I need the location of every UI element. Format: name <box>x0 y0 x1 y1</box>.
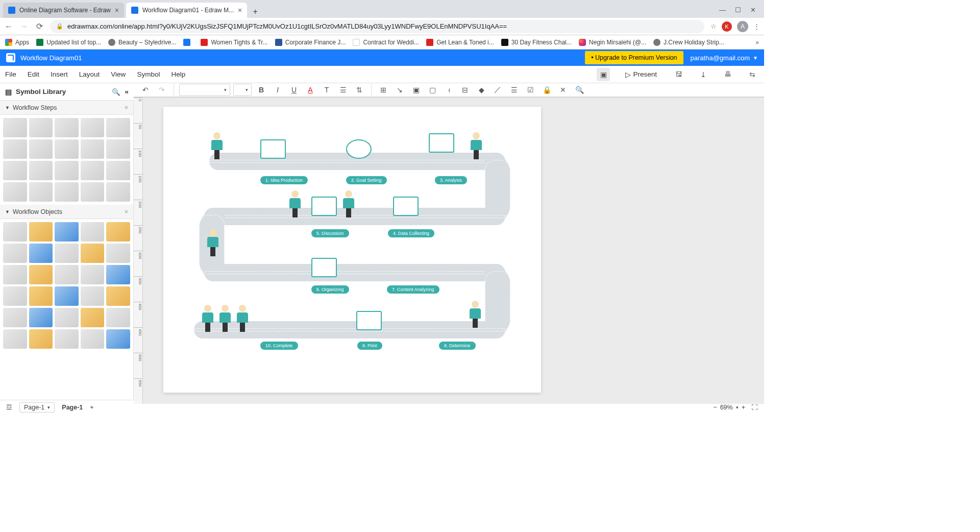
symbol-item[interactable] <box>55 161 79 180</box>
symbol-item[interactable] <box>106 118 130 137</box>
bookmark-item[interactable]: Negin Mirsalehi (@... <box>579 39 646 46</box>
workflow-step-label[interactable]: 2. Goal Setting <box>346 176 387 184</box>
symbol-item[interactable] <box>81 222 105 241</box>
tools-icon[interactable]: ✕ <box>556 83 570 96</box>
menu-insert[interactable]: Insert <box>51 70 68 78</box>
text-box-icon[interactable]: ⊞ <box>377 83 390 96</box>
symbol-item[interactable] <box>106 244 130 263</box>
lock-icon[interactable]: 🔒 <box>540 83 553 96</box>
symbol-item[interactable] <box>3 286 27 306</box>
share-icon[interactable]: ⇆ <box>746 68 759 81</box>
search-canvas-icon[interactable]: 🔍 <box>573 83 586 96</box>
page-tab[interactable]: Page-1 <box>62 404 83 411</box>
workflow-step-label[interactable]: 7. Content Analyzing <box>387 285 439 294</box>
fullscreen-icon[interactable]: ⛶ <box>751 404 758 411</box>
window-minimize-icon[interactable]: — <box>719 6 726 14</box>
bookmark-item[interactable]: J.Crew Holiday Strip... <box>653 39 724 46</box>
group-icon[interactable]: ▣ <box>409 83 423 96</box>
zoom-in-icon[interactable]: + <box>742 404 745 411</box>
symbol-item[interactable] <box>3 222 27 241</box>
bookmark-item[interactable]: Women Tights & Tr... <box>201 39 267 46</box>
symbol-item[interactable] <box>81 118 105 137</box>
align-objects-icon[interactable]: ⫞ <box>442 83 455 96</box>
symbol-item[interactable] <box>3 182 27 202</box>
canvas-area[interactable]: 1. Idea Production2. Goal Setting3. Anal… <box>143 98 764 404</box>
back-icon[interactable]: ← <box>4 22 13 31</box>
page-select[interactable]: Page-1 ▾ <box>19 402 55 413</box>
present-button[interactable]: ▷Present <box>621 68 661 81</box>
bold-icon[interactable]: B <box>255 83 268 96</box>
bookmark-item[interactable] <box>183 39 193 46</box>
menu-file[interactable]: File <box>5 70 16 78</box>
symbol-item[interactable] <box>106 308 130 327</box>
symbol-item[interactable] <box>106 329 130 349</box>
symbol-item[interactable] <box>106 286 130 306</box>
font-family-select[interactable]: ▾ <box>179 84 230 96</box>
workflow-step-label[interactable]: 5. Discussion <box>311 229 349 237</box>
print-icon[interactable]: 🖶 <box>721 68 734 81</box>
symbol-item[interactable] <box>81 182 105 202</box>
collapse-panel-icon[interactable]: « <box>125 88 129 95</box>
profile-avatar[interactable]: A <box>737 21 748 32</box>
symbol-item[interactable] <box>3 265 27 284</box>
bookmark-item[interactable]: Corporate Finance J... <box>275 39 346 46</box>
pages-view-icon[interactable]: ☲ <box>6 403 12 411</box>
symbol-item[interactable] <box>55 139 79 159</box>
export-icon[interactable]: ⤓ <box>697 68 710 81</box>
symbol-item[interactable] <box>29 265 53 284</box>
symbol-item[interactable] <box>55 244 79 263</box>
symbol-item[interactable] <box>29 222 53 241</box>
symbol-item[interactable] <box>81 329 105 349</box>
symbol-item[interactable] <box>55 308 79 327</box>
bookmark-apps[interactable]: Apps <box>5 39 29 46</box>
bookmarks-overflow-icon[interactable]: » <box>755 39 759 46</box>
checkbox-icon[interactable]: ☑ <box>524 83 537 96</box>
bookmark-item[interactable]: Beauty – Styledrive... <box>108 39 176 46</box>
workflow-step-label[interactable]: 10. Complete <box>260 342 298 350</box>
star-icon[interactable]: ☆ <box>710 22 717 30</box>
workflow-step-label[interactable]: 4. Data Collecting <box>388 229 434 237</box>
symbol-item[interactable] <box>106 182 130 202</box>
save-icon[interactable]: 🖫 <box>672 68 685 81</box>
symbol-item[interactable] <box>29 161 53 180</box>
symbol-item[interactable] <box>55 329 79 349</box>
symbol-item[interactable] <box>29 329 53 349</box>
workflow-step-label[interactable]: 1. Idea Production <box>260 176 308 184</box>
fill-bucket-icon[interactable]: ◆ <box>475 83 488 96</box>
workflow-step-label[interactable]: 3. Analysis <box>435 176 467 184</box>
symbol-item[interactable] <box>81 286 105 306</box>
symbol-item[interactable] <box>3 308 27 327</box>
symbol-item[interactable] <box>55 118 79 137</box>
symbol-item[interactable] <box>29 139 53 159</box>
redo-icon[interactable]: ↷ <box>155 83 168 96</box>
connector-icon[interactable]: ↘ <box>393 83 406 96</box>
symbol-item[interactable] <box>3 244 27 263</box>
symbol-item[interactable] <box>55 222 79 241</box>
undo-icon[interactable]: ↶ <box>139 83 152 96</box>
browser-tab[interactable]: Online Diagram Software - Edraw × <box>3 3 124 18</box>
url-input[interactable]: 🔒 edrawmax.com/online/app.html?y0/KUjV2K… <box>50 20 704 33</box>
window-close-icon[interactable]: ✕ <box>750 6 756 14</box>
bookmark-item[interactable]: Get Lean & Toned i... <box>426 39 494 46</box>
symbol-item[interactable] <box>29 118 53 137</box>
upgrade-button[interactable]: • Upgrade to Premium Version <box>585 51 683 64</box>
bookmark-item[interactable]: 30 Day Fitness Chal... <box>501 39 572 46</box>
browser-tab-active[interactable]: Workflow Diagram01 - Edraw M... × <box>126 3 247 18</box>
line-style-icon[interactable]: ☰ <box>507 83 521 96</box>
workflow-step-label[interactable]: 9. Print <box>357 342 382 350</box>
font-size-select[interactable]: ▾ <box>233 84 252 96</box>
window-maximize-icon[interactable]: ☐ <box>735 6 741 14</box>
forward-icon[interactable]: → <box>19 22 29 31</box>
close-category-icon[interactable]: × <box>125 208 128 215</box>
line-color-icon[interactable]: ／ <box>491 83 504 96</box>
symbol-category-header[interactable]: ▼ Workflow Objects × <box>0 205 133 219</box>
italic-icon[interactable]: I <box>271 83 284 96</box>
distribute-icon[interactable]: ⊟ <box>458 83 472 96</box>
underline-icon[interactable]: U <box>287 83 301 96</box>
browser-menu-icon[interactable]: ⋮ <box>753 22 760 30</box>
symbol-item[interactable] <box>81 161 105 180</box>
font-color-icon[interactable]: A <box>304 83 317 96</box>
symbol-item[interactable] <box>106 265 130 284</box>
line-spacing-icon[interactable]: ⇅ <box>353 83 366 96</box>
symbol-item[interactable] <box>81 308 105 327</box>
